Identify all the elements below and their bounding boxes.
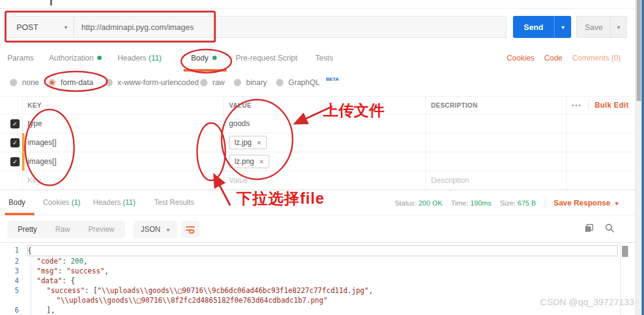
code-scrollbar-thumb[interactable] — [622, 246, 628, 257]
code-line: 4"data": { — [0, 276, 620, 286]
radio-none[interactable]: none — [10, 78, 39, 87]
file-chip: lz.jpg ✕ — [229, 136, 267, 149]
time-value: 190ms — [470, 199, 492, 207]
copy-icon[interactable] — [585, 224, 594, 233]
check-icon: ✓ — [12, 158, 17, 165]
response-tab-body[interactable]: Body — [9, 198, 25, 207]
send-button[interactable]: Send — [513, 16, 554, 38]
wrap-text-button[interactable] — [181, 221, 200, 238]
chevron-down-icon: ▾ — [617, 24, 620, 31]
divider — [0, 8, 637, 9]
file-chip: lz.png ✕ — [229, 155, 269, 168]
description-cell[interactable] — [425, 133, 566, 152]
remove-file-icon[interactable]: ✕ — [259, 158, 264, 165]
key-input[interactable]: Key — [22, 171, 223, 190]
save-button[interactable]: Save — [576, 16, 611, 38]
remove-file-icon[interactable]: ✕ — [256, 139, 261, 146]
method-label: POST — [17, 23, 38, 32]
mode-raw[interactable]: Raw — [46, 225, 79, 234]
comments-link[interactable]: Comments (0) — [572, 54, 621, 62]
radio-icon — [105, 79, 113, 86]
table-row: ✓ — [0, 133, 22, 152]
size-value: 675 B — [517, 199, 536, 207]
annotation-upload-text: 上传文件 — [323, 100, 384, 120]
format-dropdown[interactable]: JSON ▾ — [133, 221, 177, 238]
chevron-down-icon: ▾ — [615, 200, 618, 207]
table-row — [0, 171, 22, 190]
table-actions: ••• Bulk Edit — [566, 97, 637, 114]
radio-form-data[interactable]: form-data — [48, 78, 94, 87]
row-actions — [566, 114, 637, 133]
line-number: 1 — [0, 245, 27, 256]
cookies-link[interactable]: Cookies — [507, 54, 534, 62]
line-number: 6 — [0, 305, 27, 315]
divider — [545, 199, 545, 207]
watermark: CSDN @qq_39727133 — [540, 297, 634, 307]
response-toolbar: Pretty Raw Preview JSON ▾ — [0, 215, 637, 243]
save-options-button[interactable]: ▾ — [610, 16, 627, 38]
row-checkbox[interactable]: ✓ — [10, 157, 20, 166]
value-input[interactable]: Value — [223, 171, 425, 190]
tab-body[interactable]: Body — [191, 54, 217, 62]
form-data-table: KEY VALUE DESCRIPTION ••• Bulk Edit ✓ ty… — [0, 96, 637, 190]
radio-graphql[interactable]: GraphQL BETA — [276, 78, 339, 87]
check-icon: ✓ — [12, 139, 17, 146]
response-status-strip: Status: 200 OK Time: 190ms Size: 675 B S… — [395, 190, 618, 216]
gutter-divider — [31, 243, 31, 315]
description-cell[interactable] — [425, 152, 566, 171]
table-row: ✓ — [0, 114, 22, 133]
code-link[interactable]: Code — [544, 54, 563, 62]
more-options-icon[interactable]: ••• — [572, 102, 582, 109]
url-input[interactable]: http://adminapi.pyg.com/images — [73, 16, 506, 38]
tab-params[interactable]: Params — [7, 54, 34, 62]
row-checkbox[interactable]: ✓ — [10, 138, 20, 147]
response-body-json[interactable]: 1{2"code": 200,3"msg": "success",4"data"… — [0, 243, 620, 315]
header-checkbox-col — [0, 97, 22, 114]
description-cell[interactable] — [425, 114, 566, 133]
radio-x-www-form-urlencoded[interactable]: x-www-form-urlencoded — [105, 78, 199, 87]
key-cell[interactable]: type — [22, 114, 223, 133]
headers-count: (11) — [149, 54, 162, 62]
bulk-edit-link[interactable]: Bulk Edit — [595, 101, 629, 109]
response-tab-cookies[interactable]: Cookies (1) — [43, 198, 80, 207]
window-scrollbar-thumb[interactable] — [637, 0, 641, 101]
description-input[interactable]: Description — [425, 171, 566, 190]
send-options-button[interactable]: ▾ — [554, 16, 571, 38]
row-checkbox[interactable]: ✓ — [10, 119, 20, 128]
tab-pre-request-script[interactable]: Pre-request Script — [236, 54, 298, 62]
wrap-text-icon — [185, 225, 195, 234]
value-cell[interactable]: lz.png ✕ — [223, 152, 425, 171]
tab-authorization[interactable]: Authorization — [49, 54, 102, 62]
tab-headers[interactable]: Headers (11) — [118, 54, 162, 62]
radio-binary[interactable]: binary — [234, 78, 267, 87]
search-icon[interactable] — [605, 223, 615, 233]
column-header-description: DESCRIPTION — [425, 97, 566, 114]
method-dropdown[interactable]: POST ▾ — [7, 16, 73, 38]
mode-preview[interactable]: Preview — [79, 225, 124, 234]
key-cell[interactable]: images[] — [22, 133, 223, 152]
row-actions — [566, 152, 637, 171]
request-links: Cookies Code Comments (0) — [507, 54, 621, 62]
radio-raw[interactable]: raw — [200, 78, 225, 87]
response-tab-headers[interactable]: Headers (11) — [93, 198, 135, 207]
table-row: ✓ — [0, 152, 22, 171]
radio-icon — [10, 79, 17, 86]
tab-tests[interactable]: Tests — [315, 54, 333, 62]
toolbar-right-icons — [585, 223, 615, 233]
value-cell[interactable]: lz.jpg ✕ — [223, 133, 425, 152]
check-icon: ✓ — [12, 120, 17, 127]
mode-pretty[interactable]: Pretty — [9, 225, 46, 234]
code-line: 5"success": ["\\uploads\\goods\\□90716\\… — [0, 286, 620, 295]
url-value: http://adminapi.pyg.com/images — [81, 23, 194, 32]
postman-window: POST ▾ http://adminapi.pyg.com/images Se… — [0, 0, 644, 315]
response-tab-test-results[interactable]: Test Results — [154, 198, 194, 207]
save-response-button[interactable]: Save Response ▾ — [554, 199, 618, 207]
green-dot-icon — [97, 56, 102, 60]
code-line: "\\uploads\\goods\\□90716\\8f2fc2d486518… — [0, 295, 620, 305]
chevron-down-icon: ▾ — [561, 24, 564, 31]
green-dot-icon — [212, 56, 217, 60]
line-number: 3 — [0, 266, 27, 276]
status-value: 200 OK — [419, 199, 443, 207]
key-cell[interactable]: images[] — [22, 152, 223, 171]
radio-icon — [200, 79, 208, 86]
